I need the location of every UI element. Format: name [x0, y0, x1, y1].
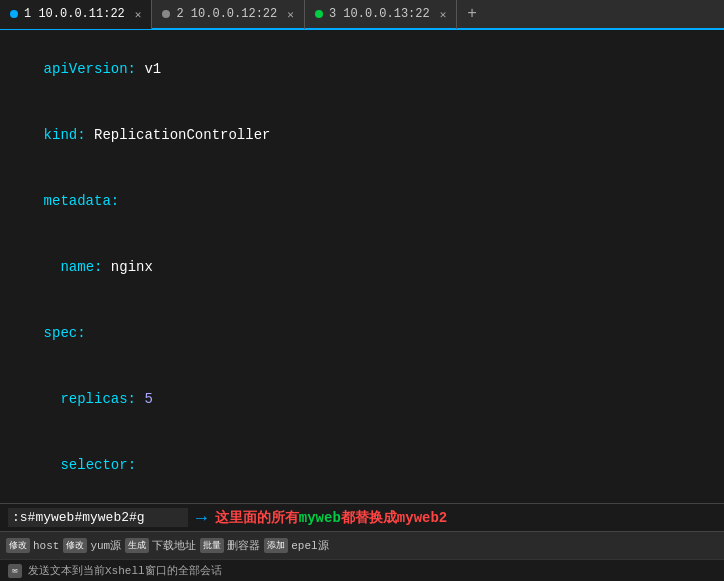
toolbar-icon-batch: 批量: [200, 538, 224, 553]
tab-3[interactable]: 3 10.0.0.13:22 ✕: [305, 0, 457, 29]
val-name: name: nginx: [44, 259, 153, 275]
toolbar-item-download[interactable]: 生成 下载地址: [125, 538, 196, 553]
tab-3-label: 3 10.0.0.13:22: [329, 7, 430, 21]
key-apiversion: apiVersion:: [44, 61, 136, 77]
toolbar-icon-epel: 添加: [264, 538, 288, 553]
toolbar-icon-download: 生成: [125, 538, 149, 553]
command-arrow-icon: →: [196, 508, 207, 528]
toolbar-label-download: 下载地址: [152, 538, 196, 553]
input-row-icon: ✉: [8, 564, 22, 578]
code-line-5: spec:: [10, 300, 714, 366]
toolbar-item-host[interactable]: 修改 host: [6, 538, 59, 553]
val-kind: ReplicationController: [86, 127, 271, 143]
tab-1-close[interactable]: ✕: [135, 8, 142, 21]
tab-3-dot: [315, 10, 323, 18]
code-line-7: selector:: [10, 432, 714, 498]
tab-2-close[interactable]: ✕: [287, 8, 294, 21]
command-input[interactable]: [8, 508, 188, 527]
command-note: 这里面的所有myweb都替换成myweb2: [215, 509, 447, 527]
command-bar: → 这里面的所有myweb都替换成myweb2: [0, 503, 724, 531]
tab-2[interactable]: 2 10.0.0.12:22 ✕: [152, 0, 304, 29]
val-apiversion: v1: [136, 61, 161, 77]
key-spec: spec:: [44, 325, 86, 341]
note-highlight: myweb: [299, 510, 341, 526]
note-middle: 都替换成: [341, 510, 397, 526]
toolbar-icon-host: 修改: [6, 538, 30, 553]
tab-1-label: 1 10.0.0.11:22: [24, 7, 125, 21]
tab-1[interactable]: 1 10.0.0.11:22 ✕: [0, 0, 152, 29]
toolbar-icon-yum: 修改: [63, 538, 87, 553]
toolbar-item-epel[interactable]: 添加 epel源: [264, 538, 328, 553]
toolbar-label-yum: yum源: [90, 538, 121, 553]
tab-1-dot: [10, 10, 18, 18]
tab-2-dot: [162, 10, 170, 18]
code-line-2: kind: ReplicationController: [10, 102, 714, 168]
toolbar-label-batch: 删容器: [227, 538, 260, 553]
tab-3-close[interactable]: ✕: [440, 8, 447, 21]
code-line-1: apiVersion: v1: [10, 36, 714, 102]
val-replicas: 5: [144, 391, 152, 407]
toolbar-item-batch[interactable]: 批量 删容器: [200, 538, 260, 553]
input-row: ✉ 发送文本到当前Xshell窗口的全部会话: [0, 559, 724, 581]
note-end: myweb2: [397, 510, 447, 526]
key-selector: selector:: [44, 457, 136, 473]
key-metadata: metadata:: [44, 193, 120, 209]
code-editor: apiVersion: v1 kind: ReplicationControll…: [0, 30, 724, 503]
tab-add-button[interactable]: +: [457, 5, 487, 23]
note-prefix: 这里面的所有: [215, 510, 299, 526]
key-kind: kind:: [44, 127, 86, 143]
key-replicas: replicas:: [44, 391, 145, 407]
toolbar-label-epel: epel源: [291, 538, 328, 553]
code-line-4: name: nginx: [10, 234, 714, 300]
tab-2-label: 2 10.0.0.12:22: [176, 7, 277, 21]
tab-bar: 1 10.0.0.11:22 ✕ 2 10.0.0.12:22 ✕ 3 10.0…: [0, 0, 724, 30]
bottom-toolbar: 修改 host 修改 yum源 生成 下载地址 批量 删容器 添加 epel源: [0, 531, 724, 559]
code-line-3: metadata:: [10, 168, 714, 234]
toolbar-item-yum[interactable]: 修改 yum源: [63, 538, 121, 553]
toolbar-label-host: host: [33, 540, 59, 552]
code-line-6: replicas: 5: [10, 366, 714, 432]
input-row-text: 发送文本到当前Xshell窗口的全部会话: [28, 563, 222, 578]
